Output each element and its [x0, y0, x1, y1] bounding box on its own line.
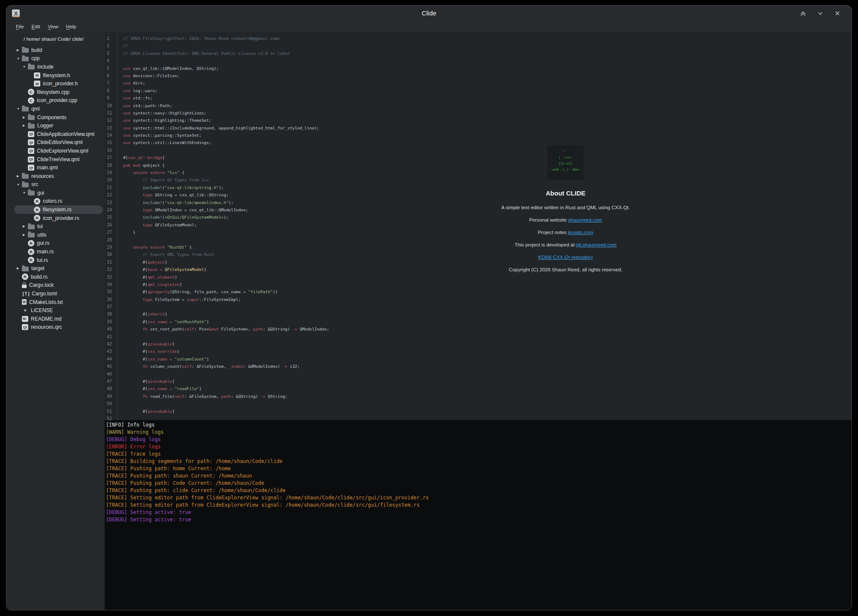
chevron-expanded-icon[interactable]: ▼: [23, 65, 28, 68]
menu-item-file[interactable]: File: [12, 23, 28, 30]
code-line[interactable]: #[qinvokable]: [123, 378, 852, 385]
tree-file-build-rs[interactable]: Rbuild.rs: [14, 273, 103, 281]
tree-folder-utils[interactable]: ▶utils: [14, 231, 103, 239]
code-line[interactable]: use std::fs;: [123, 94, 852, 102]
line-number: 29: [107, 243, 117, 251]
code-line[interactable]: //: [123, 42, 852, 49]
tree-file-resources-qrc[interactable]: Qtresources.qrc: [14, 323, 103, 332]
chevron-collapsed-icon[interactable]: ▶: [23, 225, 28, 228]
menu-item-help[interactable]: Help: [62, 23, 80, 30]
code-line[interactable]: [123, 370, 852, 378]
chevron-expanded-icon[interactable]: ▼: [17, 57, 22, 60]
tree-folder-build[interactable]: ▶build: [14, 46, 103, 54]
code-line[interactable]: use std::path::Path;: [123, 102, 852, 109]
code-line[interactable]: #[inherit]: [123, 310, 852, 318]
tree-file-clidetreeview-qml[interactable]: QtClideTreeView.qml: [14, 155, 103, 164]
code-line[interactable]: #[cxx_name = "columnCount"]: [123, 355, 852, 363]
tree-item-label: filesystem.rs: [43, 207, 72, 213]
maximize-icon[interactable]: [799, 9, 807, 17]
tree-item-label: filesystem.h: [43, 72, 70, 78]
minimize-icon[interactable]: [816, 9, 824, 17]
chevron-expanded-icon[interactable]: ▼: [23, 191, 28, 194]
code-line[interactable]: use syntect::easy::HighlightLines;: [123, 109, 852, 117]
tree-file-readme-md[interactable]: M↓README.md: [14, 315, 103, 323]
tree-file-icon-provider-h[interactable]: Hicon_provider.h: [14, 79, 103, 88]
chevron-collapsed-icon[interactable]: ▶: [17, 48, 22, 52]
code-line[interactable]: use syntect::parsing::SyntaxSet;: [123, 132, 852, 139]
code-line[interactable]: #[cxx_name = "readFile"]: [123, 385, 852, 392]
code-line[interactable]: fn set_root_path(self: Pin<&mut FileSyst…: [123, 325, 852, 333]
tree-folder-include[interactable]: ▼include: [14, 63, 103, 71]
tree-file-cargo-lock[interactable]: Cargo.lock: [14, 281, 103, 290]
star-icon: ✶: [22, 308, 28, 313]
about-link[interactable]: knoats.com: [568, 230, 593, 235]
code-line[interactable]: type FileSystem = super::FileSystemImpl;: [123, 296, 852, 303]
tree-file-filesystem-rs[interactable]: Rfilesystem.rs: [14, 205, 103, 214]
code-line[interactable]: use devicons::FileIcon;: [123, 72, 852, 79]
tree-file-main-rs[interactable]: Rmain.rs: [14, 247, 103, 256]
tree-file-colors-rs[interactable]: Rcolors.rs: [14, 197, 103, 206]
tree-file-gui-rs[interactable]: Rgui.rs: [14, 239, 103, 248]
chevron-collapsed-icon[interactable]: ▶: [17, 174, 22, 178]
about-link[interactable]: git.shaunreed.com: [576, 242, 617, 247]
code-line[interactable]: use cxx_qt_lib::{QModelIndex, QString};: [123, 65, 852, 72]
tree-folder-cpp[interactable]: ▼cpp: [14, 54, 103, 63]
tree-file-license[interactable]: ✶LICENSE: [14, 306, 103, 315]
code-line[interactable]: use log::warn;: [123, 87, 852, 94]
tree-file-cargo-toml[interactable]: [T]Cargo.toml: [14, 289, 103, 298]
tree-file-clideeditorview-qml[interactable]: QtClideEditorView.qml: [14, 138, 103, 147]
code-line[interactable]: fn read_file(self: &FileSystem, path: &Q…: [123, 393, 852, 400]
about-title: About CLIDE: [486, 189, 645, 198]
code-line[interactable]: [123, 400, 852, 407]
chevron-collapsed-icon[interactable]: ▶: [23, 124, 28, 127]
chevron-expanded-icon[interactable]: ▼: [17, 107, 22, 110]
tree-file-cmakelists-txt[interactable]: CMakeLists.txt: [14, 298, 103, 306]
log-line: [TRACE] Pushing path: Code Current: /hom…: [106, 480, 852, 487]
tree-folder-resources[interactable]: ▶resources: [14, 172, 103, 180]
tree-folder-gui[interactable]: ▼gui: [14, 189, 103, 197]
tree-file-icon-provider-rs[interactable]: Ricon_provider.rs: [14, 214, 103, 222]
tree-folder-target[interactable]: ▶target: [14, 264, 103, 273]
code-line[interactable]: [123, 415, 852, 420]
chevron-collapsed-icon[interactable]: ▶: [23, 233, 28, 237]
tree-folder-components[interactable]: ▶Components: [14, 113, 103, 122]
code-line[interactable]: use syntect::html::{IncludeBackground, a…: [123, 124, 852, 132]
tree-folder-src[interactable]: ▼src: [14, 180, 103, 189]
chevron-expanded-icon[interactable]: ▼: [17, 183, 22, 186]
tree-item-label: ClideEditorView.qml: [37, 139, 83, 145]
menu-item-view[interactable]: View: [44, 23, 62, 30]
code-area[interactable]: // SPDX-FileCopyrightText: 2026, Shaun R…: [118, 32, 852, 420]
code-line[interactable]: #[qinvokable]: [123, 408, 852, 415]
menu-item-edit[interactable]: Edit: [28, 23, 44, 30]
tree-file-clideexplorerview-qml[interactable]: QtClideExplorerView.qml: [14, 147, 103, 155]
chevron-collapsed-icon[interactable]: ▶: [17, 267, 22, 270]
code-editor[interactable]: 1234567891011121314151617181920212223242…: [105, 32, 852, 420]
tree-file-tui-rs[interactable]: Rtui.rs: [14, 256, 103, 264]
code-line[interactable]: #[qml_element]: [123, 273, 852, 281]
tree-file-main-qml[interactable]: Qtmain.qml: [14, 163, 103, 172]
tree-folder-logger[interactable]: ▶Logger: [14, 121, 103, 130]
code-line[interactable]: // SPDX-License-Identifier: GNU General …: [123, 50, 852, 57]
chevron-collapsed-icon[interactable]: ▶: [23, 116, 28, 119]
tree-folder-qml[interactable]: ▼qml: [14, 105, 103, 113]
code-line[interactable]: #[qinvokable]: [123, 340, 852, 348]
close-icon[interactable]: [834, 9, 841, 17]
about-link[interactable]: shaunreed.com: [568, 217, 602, 222]
code-line[interactable]: #[qproperty(QString, file_path, cxx_name…: [123, 288, 852, 295]
about-link[interactable]: KDAB CXX-Qt repository: [538, 255, 593, 260]
code-line[interactable]: use dirs;: [123, 79, 852, 87]
tree-file-filesystem-cpp[interactable]: Cfilesystem.cpp: [14, 88, 103, 96]
tree-folder-tui[interactable]: ▶tui: [14, 222, 103, 231]
code-line[interactable]: fn column_count(self: &FileSystem, _inde…: [123, 363, 852, 370]
code-line[interactable]: #[qml_singleton]: [123, 281, 852, 288]
tree-file-icon-provider-cpp[interactable]: Cicon_provider.cpp: [14, 96, 103, 105]
code-line[interactable]: // SPDX-FileCopyrightText: 2026, Shaun R…: [123, 35, 852, 42]
code-line[interactable]: [123, 303, 852, 310]
code-line[interactable]: [123, 57, 852, 64]
tree-file-clideapplicationview-qml[interactable]: QtClideApplicationView.qml: [14, 130, 103, 138]
code-line[interactable]: [123, 333, 852, 340]
code-line[interactable]: use syntect::highlighting::ThemeSet;: [123, 117, 852, 124]
tree-file-filesystem-h[interactable]: Hfilesystem.h: [14, 71, 103, 80]
code-line[interactable]: #[cxx_name = "setRootPath"]: [123, 318, 852, 325]
code-line[interactable]: #[cxx_override]: [123, 348, 852, 355]
